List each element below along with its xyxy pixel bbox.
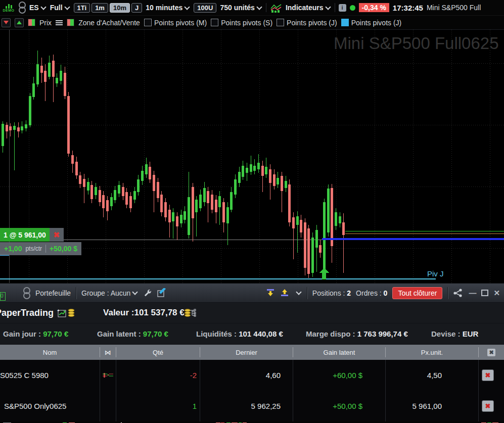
candle <box>315 230 318 248</box>
move-panel-down-icon[interactable] <box>266 289 275 297</box>
close-position-button[interactable]: ✖ <box>482 400 494 412</box>
position-gain: +60,00 $ <box>293 360 386 390</box>
chart-plus-icon[interactable]: + <box>57 308 68 318</box>
candle <box>71 155 74 164</box>
move-panel-up-icon[interactable] <box>280 289 289 297</box>
tf-button-j[interactable]: J <box>131 3 142 13</box>
chevron-down-icon <box>132 289 138 295</box>
table-row[interactable]: S&P500 Only0625 1 5 962,25 +50,00 $ 5 96… <box>0 390 504 421</box>
clock: 17:32:45 <box>393 4 423 12</box>
group-select[interactable]: Groupe : Aucun <box>81 289 138 297</box>
account-value: 101 537,78 € <box>134 308 184 318</box>
checkbox-icon[interactable] <box>144 19 152 26</box>
candle <box>149 167 151 179</box>
chevron-down-icon[interactable] <box>296 289 301 295</box>
scroll-down-button[interactable] <box>2 18 11 27</box>
units-count-button[interactable]: 100U <box>194 3 216 13</box>
table-header-row: Nom ⋈ Qté Dernier Gain latent Px.unit. ✖ <box>0 345 504 360</box>
candle <box>137 179 140 192</box>
mini-chart-cell[interactable] <box>100 390 116 421</box>
position-name: S&P500 Only0625 <box>0 390 100 421</box>
candle <box>122 187 124 196</box>
candle <box>157 182 159 198</box>
candle <box>319 245 322 253</box>
chart-watermark: Mini S&P500 Full0625 <box>334 34 499 53</box>
candle <box>60 71 62 81</box>
share-icon[interactable] <box>453 288 464 298</box>
checkbox-icon[interactable] <box>341 19 349 26</box>
candle <box>44 71 47 82</box>
units-select[interactable]: 750 unités <box>220 4 262 12</box>
candle <box>160 195 163 212</box>
header-qty[interactable]: Qté <box>116 347 200 357</box>
table-row[interactable]: S 0525 C 5980 -2 4,60 +60,00 $ 4,50 ✖ <box>0 360 504 390</box>
scroll-up-button[interactable] <box>15 18 24 27</box>
contract-select[interactable]: Full <box>50 4 70 12</box>
candle <box>125 192 128 205</box>
candle <box>292 217 295 228</box>
pivot-checkbox-daily-active[interactable]: Points pivots (J) <box>341 19 402 27</box>
zone-color-swatch-icon[interactable] <box>67 19 74 26</box>
candle <box>118 185 120 194</box>
indicators-label: Indicateurs <box>286 4 324 12</box>
link-icon[interactable] <box>19 2 26 14</box>
account-structure-icon[interactable] <box>189 308 196 317</box>
position-points: +1,00 <box>4 245 22 253</box>
mini-candle-icon <box>102 371 114 379</box>
close-all-button[interactable]: Tout clôturer <box>392 287 442 299</box>
close-position-icon[interactable]: ✖ <box>50 228 64 242</box>
header-last[interactable]: Dernier <box>200 347 293 357</box>
pivot-checkbox-daily[interactable]: Points pivots (J) <box>277 19 337 27</box>
close-column-icon[interactable]: ✖ <box>487 349 495 356</box>
symbol-label: ES <box>29 4 39 12</box>
divider <box>45 245 46 253</box>
list-menu-icon[interactable] <box>56 20 63 21</box>
candle <box>180 215 182 223</box>
header-name[interactable]: Nom <box>0 347 100 357</box>
position-gain: +50,00 $ <box>50 245 77 253</box>
tf-button-1ti[interactable]: 1Ti <box>74 3 90 13</box>
margin-label: Marge dispo : <box>306 330 355 338</box>
close-panel-button[interactable]: ✕ <box>493 289 500 297</box>
close-position-button[interactable]: ✖ <box>482 369 494 381</box>
red-down-arrow-icon <box>4 21 9 24</box>
symbol-select[interactable]: ES <box>29 4 47 12</box>
window-edge-fragment: 0 <box>0 292 6 301</box>
position-size-price: 1 @ 5 961,00 <box>0 228 50 242</box>
gain-day-value: 97,70 € <box>43 330 68 338</box>
minimize-button[interactable]: — <box>469 289 476 297</box>
candle <box>79 175 81 184</box>
info-icon[interactable]: i <box>339 4 346 12</box>
currency-value: EUR <box>463 330 479 338</box>
position-unit-price: 5 961,00 <box>386 390 479 421</box>
positions-count-group: Positions : 2 <box>312 289 351 297</box>
link-icon[interactable] <box>23 287 30 299</box>
tf-button-1m[interactable]: 1m <box>91 3 108 13</box>
checkbox-icon[interactable] <box>277 19 284 26</box>
candle <box>273 174 276 186</box>
timeframe-select[interactable]: 10 minutes <box>146 4 190 12</box>
wrench-icon[interactable] <box>143 289 152 297</box>
candlestick-chart-area[interactable]: Mini S&P500 Full0625 1 @ 5 961,00 ✖ +1,0… <box>0 30 504 283</box>
tf-button-10m[interactable]: 10m <box>110 3 130 13</box>
header-unit[interactable]: Px.unit. <box>386 347 479 357</box>
candle <box>133 191 136 200</box>
pivot-checkbox-monthly[interactable]: Points pivots (M) <box>144 19 207 27</box>
candle <box>188 197 190 235</box>
candle <box>339 216 341 223</box>
mini-chart-cell[interactable] <box>100 360 116 390</box>
gain-day-label: Gain jour : <box>3 330 41 338</box>
position-last: 4,60 <box>200 360 293 390</box>
chevron-down-icon <box>64 4 70 10</box>
price-color-swatch-icon[interactable] <box>28 19 35 26</box>
indicators-menu[interactable]: Indicateurs <box>286 4 331 12</box>
maximize-button[interactable] <box>481 290 488 296</box>
header-gain[interactable]: Gain latent <box>293 347 386 357</box>
edit-note-icon[interactable] <box>157 288 166 298</box>
checkbox-icon[interactable] <box>211 19 218 26</box>
candle <box>226 207 229 223</box>
candle <box>145 164 148 174</box>
candle <box>36 64 39 84</box>
header-candle-icon[interactable]: ⋈ <box>100 347 116 357</box>
pivot-checkbox-weekly[interactable]: Points pivots (S) <box>211 19 272 27</box>
